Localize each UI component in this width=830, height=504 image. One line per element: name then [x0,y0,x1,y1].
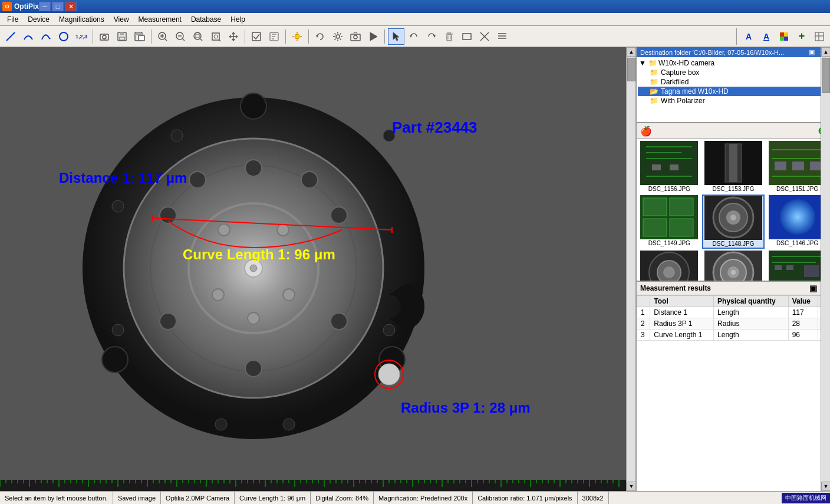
count-tool-btn[interactable]: 1,2,3 [73,28,90,45]
image-cell-1140[interactable]: DSC_1140.JPG [766,250,829,281]
meas-float-btn[interactable]: ▣ [809,284,817,293]
maximize-button[interactable]: □ [52,2,64,11]
right-scroll-down[interactable]: ▼ [821,482,830,491]
svg-rect-20 [212,33,219,40]
menu-help[interactable]: Help [226,14,250,25]
sep2 [151,29,151,44]
right-vscrollbar[interactable]: ▲ ▼ [821,47,830,491]
svg-rect-45 [463,34,471,39]
folder-icon: 🍎 [640,126,652,137]
crosshair-btn[interactable] [476,28,493,45]
svg-point-75 [160,313,176,330]
brightness-btn[interactable] [289,28,305,45]
capture-btn[interactable] [96,28,113,45]
pattern-btn[interactable] [494,28,510,45]
status-resolution: 3008x2 [578,492,609,504]
circle-tool-btn[interactable] [55,28,72,45]
right-scroll-up[interactable]: ▲ [821,47,830,57]
menu-file[interactable]: File [2,14,23,25]
tree-item-polarizer[interactable]: 📁 With Polarizer [638,96,829,106]
settings-btn[interactable] [330,28,346,45]
right-scroll-thumb[interactable] [822,58,830,93]
replay-btn[interactable] [312,28,328,45]
image-cell-1148[interactable]: DSC_1148.JPG [702,195,765,249]
delete-btn[interactable] [441,28,457,45]
file-tree-title: Destination folder 'C:/0-Bilder, 07-05-1… [640,49,784,56]
redo-btn[interactable] [423,28,440,45]
canvas-vscrollbar[interactable]: ▲ ▼ [626,47,635,491]
menu-database[interactable]: Database [186,14,226,25]
svg-marker-39 [433,35,436,38]
meas-row-2[interactable]: 2 Radius 3P 1 Radius 28 μ [637,318,830,330]
image-browser: 🍎 ⊕ DSC_1156.JPG DSC_1153.JPG [637,123,830,282]
image-cell-1146[interactable]: DSC_1146.JPG [766,195,829,249]
menu-view[interactable]: View [109,14,134,25]
meas-table: Tool Physical quantity Value 1 Distance … [637,295,830,341]
image-thumb-1140 [769,251,826,281]
svg-line-22 [219,39,220,41]
image-cell-1149[interactable]: DSC_1149.JPG [638,195,701,249]
image-cell-1156[interactable]: DSC_1156.JPG [638,140,701,193]
scroll-down-btn[interactable]: ▼ [627,482,635,491]
zoom-fit-btn[interactable] [190,28,206,45]
menu-device[interactable]: Device [23,14,54,25]
meas-row-3[interactable]: 3 Curve Length 1 Length 96 μ [637,330,830,341]
undo-btn[interactable] [406,28,422,45]
meas-row-1[interactable]: 1 Distance 1 Length 117 μ [637,307,830,318]
scroll-thumb[interactable] [627,58,635,81]
svg-rect-223 [643,219,667,236]
scroll-up-btn[interactable]: ▲ [627,47,635,57]
svg-rect-203 [640,141,698,185]
curve-tool-btn[interactable] [20,28,37,45]
meas-header: Measurement results ▣ ✕ [637,282,830,295]
checkbox-btn[interactable] [248,28,265,45]
image-cell-1151[interactable]: DSC_1151.JPG [766,140,829,193]
image-label-1146: DSC_1146.JPG [776,239,819,247]
svg-point-82 [277,224,289,236]
canvas-area[interactable]: Part #23443 Distance 1: 117 μm Curve Len… [0,47,635,491]
file-tree-minimize-btn[interactable]: ▣ [807,48,816,56]
select-btn[interactable] [388,28,404,45]
color-palette-btn[interactable] [776,28,792,45]
tree-item-capture[interactable]: 📁 Capture box [638,68,829,77]
image-cell-1143[interactable]: DSC_1143.JPG [638,250,701,281]
underline-format-btn[interactable]: A [758,28,775,45]
tree-item-tagna[interactable]: 📂 Tagna med W10x-HD [638,87,829,96]
freehand-tool-btn[interactable] [38,28,54,45]
image-thumb-1156 [640,141,698,185]
save-btn[interactable] [114,28,130,45]
svg-point-64 [383,130,395,141]
row-qty-1: Length [714,307,789,318]
sep1 [93,29,93,44]
pan-btn[interactable] [225,28,242,45]
zoom-out-btn[interactable] [172,28,189,45]
measure-btn[interactable] [266,28,282,45]
image-cell-1142[interactable]: DSC_1142.JPG [702,250,765,281]
line-tool-btn[interactable] [2,28,19,45]
svg-point-237 [731,270,736,275]
zoom-rect-btn[interactable] [208,28,224,45]
svg-point-3 [103,35,106,39]
toolbar: 1,2,3 [0,26,830,47]
image-cell-1153[interactable]: DSC_1153.JPG [702,140,765,193]
rect-draw-btn[interactable] [459,28,475,45]
svg-point-85 [212,289,224,301]
menu-measurement[interactable]: Measurement [134,14,186,25]
table-view-btn[interactable] [811,28,828,45]
svg-rect-52 [784,32,788,37]
close-button[interactable]: ✕ [65,2,77,11]
tree-item-root[interactable]: ▼ 📁 W10x-HD camera [638,58,829,68]
text-format-btn[interactable]: A [740,28,757,45]
tree-item-darkfiled[interactable]: 📁 Darkfiled [638,77,829,87]
add-layer-btn[interactable]: + [793,28,810,45]
svg-rect-5 [120,32,124,35]
zoom-in-btn[interactable] [154,28,171,45]
tree-root-label: W10x-HD camera [658,59,714,67]
statusbar: Select an item by left mouse button. Sav… [0,491,830,504]
minimize-button[interactable]: ─ [39,2,51,11]
svg-text:Curve Length 1: 96 μm: Curve Length 1: 96 μm [183,246,335,262]
camera-btn[interactable] [347,28,364,45]
save-as-btn[interactable] [131,28,148,45]
play-btn[interactable] [365,28,381,45]
menu-magnifications[interactable]: Magnifications [54,14,109,25]
